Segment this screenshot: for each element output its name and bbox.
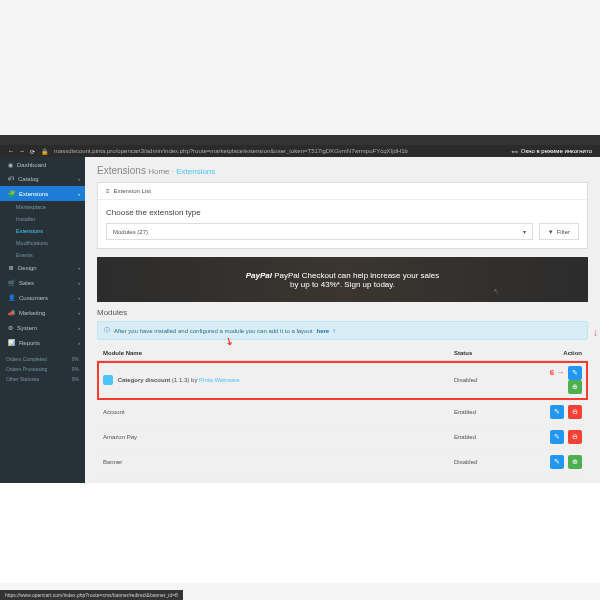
sidebar-sub-extensions[interactable]: Extensions: [0, 225, 85, 237]
back-icon[interactable]: ←: [8, 148, 14, 155]
paypal-banner[interactable]: PayPal PayPal Checkout can help increase…: [97, 257, 588, 302]
install-button[interactable]: ⊕: [568, 455, 582, 469]
author-link[interactable]: Pinta Webware: [199, 377, 240, 383]
tv-icon: 🖥: [8, 265, 14, 271]
cursor-icon: ↖: [493, 287, 500, 296]
chevron-right-icon: ›: [78, 176, 80, 182]
chevron-right-icon: ›: [78, 191, 80, 197]
module-icon: [103, 375, 113, 385]
annotation-arrow-3: 6 →: [550, 368, 565, 377]
gear-icon: ⚙: [8, 324, 13, 331]
sidebar-item-sales[interactable]: 🛒Sales›: [0, 275, 85, 290]
lock-icon: 🔒: [41, 148, 48, 155]
chevron-right-icon: ›: [78, 325, 80, 331]
sidebar-item-dashboard[interactable]: ◉Dashboard: [0, 157, 85, 172]
paypal-logo: PayPal: [246, 271, 272, 280]
sidebar-item-catalog[interactable]: 🏷Catalog›: [0, 172, 85, 186]
user-icon: 👤: [8, 294, 15, 301]
chevron-right-icon: ›: [78, 265, 80, 271]
breadcrumb: Extensions Home · Extensions: [97, 165, 588, 176]
edit-button[interactable]: ✎: [550, 430, 564, 444]
choose-type-label: Choose the extension type: [106, 208, 579, 217]
modules-heading: Modules: [97, 308, 588, 317]
modules-table: Module Name Status Action Category disco…: [97, 346, 588, 475]
chevron-right-icon: ›: [78, 295, 80, 301]
extension-type-select[interactable]: Modules (27) ▾: [106, 223, 533, 240]
module-name-cell: Category discount (1.1.3) by Pinta Webwa…: [97, 361, 448, 400]
edit-button[interactable]: ✎: [550, 405, 564, 419]
url-bar: ← → ⟳ 🔒 massdiscount.pinta.pro/opencart3…: [0, 145, 600, 157]
sidebar-item-reports[interactable]: 📊Reports›: [0, 335, 85, 350]
info-icon: ⓘ: [104, 326, 110, 335]
sidebar-stats: Orders Completed0% Orders Processing0% O…: [0, 350, 85, 388]
chevron-right-icon: ›: [78, 310, 80, 316]
tag-icon: 🏷: [8, 176, 14, 182]
sidebar-sub-marketplace[interactable]: Marketplace: [0, 201, 85, 213]
dashboard-icon: ◉: [8, 161, 13, 168]
panel-header: ≡ Extension List: [98, 183, 587, 200]
chevron-down-icon: ▾: [523, 228, 526, 235]
list-icon: ≡: [106, 188, 110, 194]
sidebar-sub-modifications[interactable]: Modifications: [0, 237, 85, 249]
module-name-cell: Account: [97, 400, 448, 425]
browser-status-bar: https://www.opencart.com/index.php?route…: [0, 590, 183, 600]
sidebar: ◉Dashboard 🏷Catalog› 🧩Extensions› Market…: [0, 157, 85, 483]
sidebar-item-marketing[interactable]: 📣Marketing›: [0, 305, 85, 320]
annotation-arrow-2: ↓: [593, 327, 598, 338]
table-row: Account Enabled ✎ ⊖: [97, 400, 588, 425]
col-status: Status: [448, 346, 528, 361]
action-cell: ✎ ⊖: [528, 400, 588, 425]
install-button[interactable]: ⊕: [568, 380, 582, 394]
table-row: Category discount (1.1.3) by Pinta Webwa…: [97, 361, 588, 400]
col-module-name[interactable]: Module Name: [97, 346, 448, 361]
extension-list-panel: ≡ Extension List Choose the extension ty…: [97, 182, 588, 249]
share-icon: 📣: [8, 309, 15, 316]
main-content: Extensions Home · Extensions ≡ Extension…: [85, 157, 600, 483]
table-row: Amazon Pay Enabled ✎ ⊖: [97, 425, 588, 450]
reload-icon[interactable]: ⟳: [30, 148, 35, 155]
incognito-icon: 👓: [511, 148, 518, 155]
sidebar-item-customers[interactable]: 👤Customers›: [0, 290, 85, 305]
action-cell: ✎ ⊖: [528, 425, 588, 450]
uninstall-button[interactable]: ⊖: [568, 430, 582, 444]
filter-icon: ▼: [548, 229, 554, 235]
filter-button[interactable]: ▼ Filter: [539, 223, 579, 240]
puzzle-icon: 🧩: [8, 190, 15, 197]
table-row: Banner Disabled ✎ ⊕: [97, 450, 588, 475]
edit-button[interactable]: ✎: [550, 455, 564, 469]
cart-icon: 🛒: [8, 279, 15, 286]
breadcrumb-home[interactable]: Home: [148, 167, 169, 176]
sidebar-item-design[interactable]: 🖥Design›: [0, 261, 85, 275]
browser-tab-bar: [0, 135, 600, 145]
module-name-cell: Banner: [97, 450, 448, 475]
chart-icon: 📊: [8, 339, 15, 346]
chevron-right-icon: ›: [78, 280, 80, 286]
incognito-indicator: 👓 Окно в режиме инкогнито: [511, 148, 592, 155]
status-cell: Enabled: [448, 425, 528, 450]
info-alert: ⓘ After you have installed and configure…: [97, 321, 588, 340]
here-link[interactable]: here: [316, 328, 329, 334]
edit-button[interactable]: ✎: [568, 366, 582, 380]
url-text[interactable]: massdiscount.pinta.pro/opencart3/admin/i…: [54, 148, 505, 154]
status-cell: Disabled: [448, 450, 528, 475]
forward-icon[interactable]: →: [19, 148, 25, 155]
breadcrumb-current[interactable]: Extensions: [176, 167, 215, 176]
action-cell: 6 → ✎ ⊕: [528, 361, 588, 400]
module-name-cell: Amazon Pay: [97, 425, 448, 450]
uninstall-button[interactable]: ⊖: [568, 405, 582, 419]
chevron-right-icon: ›: [78, 340, 80, 346]
page-title: Extensions: [97, 165, 146, 176]
sidebar-item-system[interactable]: ⚙System›: [0, 320, 85, 335]
status-cell: Disabled: [448, 361, 528, 400]
sidebar-item-extensions[interactable]: 🧩Extensions›: [0, 186, 85, 201]
sidebar-sub-installer[interactable]: Installer: [0, 213, 85, 225]
col-action: Action: [528, 346, 588, 361]
sidebar-sub-events[interactable]: Events: [0, 249, 85, 261]
status-cell: Enabled: [448, 400, 528, 425]
action-cell: ✎ ⊕: [528, 450, 588, 475]
